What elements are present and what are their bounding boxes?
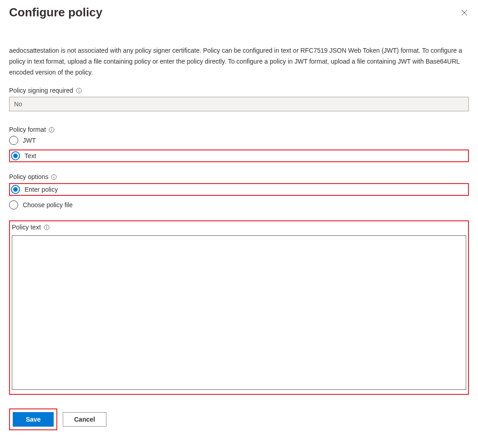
- radio-text[interactable]: Text: [11, 150, 39, 161]
- radio-label-choose-file: Choose policy file: [23, 201, 73, 209]
- info-icon[interactable]: [51, 174, 57, 180]
- close-button[interactable]: [460, 8, 469, 17]
- policy-format-field: Policy format JWT Text: [9, 126, 469, 162]
- svg-point-5: [51, 128, 52, 128]
- radio-label-text: Text: [25, 152, 36, 159]
- configure-policy-panel: Configure policy aedocsattestation is no…: [0, 0, 478, 439]
- radio-enter-policy[interactable]: Enter policy: [11, 184, 60, 195]
- policy-options-label: Policy options: [9, 173, 48, 180]
- svg-point-2: [79, 89, 79, 89]
- close-icon: [461, 9, 468, 16]
- panel-title: Configure policy: [9, 5, 102, 20]
- policy-format-label: Policy format: [9, 126, 46, 133]
- radio-button[interactable]: [9, 136, 18, 145]
- info-icon[interactable]: [49, 127, 55, 133]
- info-icon[interactable]: [76, 88, 82, 94]
- svg-point-11: [46, 225, 47, 226]
- policy-signing-label: Policy signing required: [9, 87, 73, 94]
- policy-text-input[interactable]: [12, 235, 466, 390]
- policy-options-field: Policy options Enter policy Choose polic…: [9, 173, 469, 209]
- policy-text-label: Policy text: [12, 224, 41, 231]
- button-row: Save Cancel: [9, 408, 469, 430]
- svg-point-8: [54, 175, 54, 175]
- radio-jwt[interactable]: JWT: [9, 136, 469, 145]
- radio-button[interactable]: [9, 200, 18, 209]
- radio-label-jwt: JWT: [23, 137, 36, 144]
- radio-label-enter-policy: Enter policy: [25, 186, 58, 193]
- policy-signing-field: Policy signing required: [9, 87, 469, 111]
- panel-header: Configure policy: [9, 5, 469, 20]
- info-icon[interactable]: [44, 224, 50, 230]
- radio-button[interactable]: [11, 151, 20, 160]
- radio-button[interactable]: [11, 185, 20, 194]
- save-button[interactable]: Save: [13, 412, 54, 427]
- panel-description: aedocsattestation is not associated with…: [9, 45, 469, 78]
- policy-signing-input: [9, 97, 469, 111]
- policy-text-section: Policy text: [9, 220, 469, 395]
- radio-choose-file[interactable]: Choose policy file: [9, 200, 469, 209]
- cancel-button[interactable]: Cancel: [63, 412, 106, 427]
